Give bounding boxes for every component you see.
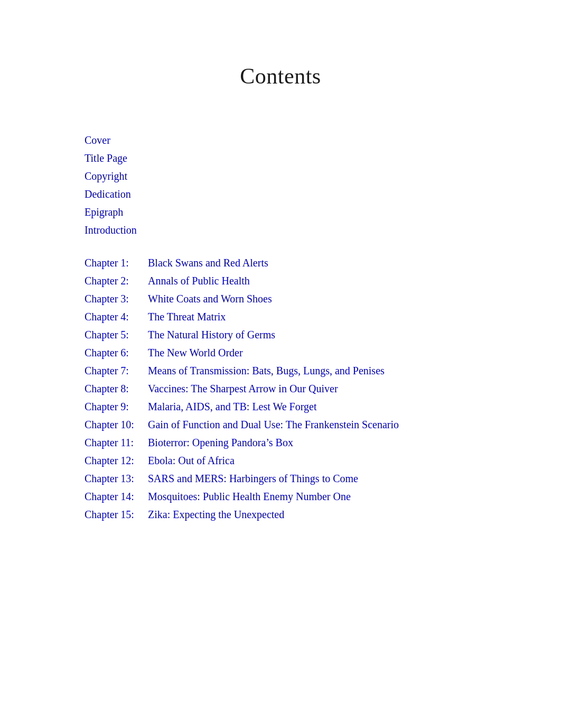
chapter-title-14: Mosquitoes: Public Health Enemy Number O… bbox=[148, 487, 351, 505]
chapter-num-2: Chapter 2: bbox=[85, 272, 148, 290]
chapter-item-11[interactable]: Chapter 11:Bioterror: Opening Pandora’s … bbox=[85, 434, 476, 451]
chapter-num-5: Chapter 5: bbox=[85, 326, 148, 344]
chapter-item-3[interactable]: Chapter 3:White Coats and Worn Shoes bbox=[85, 290, 476, 308]
front-matter-section: CoverTitle PageCopyrightDedicationEpigra… bbox=[85, 131, 476, 239]
chapter-title-9: Malaria, AIDS, and TB: Lest We Forget bbox=[148, 398, 316, 416]
chapter-title-13: SARS and MERS: Harbingers of Things to C… bbox=[148, 469, 358, 487]
chapter-num-13: Chapter 13: bbox=[85, 469, 148, 487]
chapter-num-15: Chapter 15: bbox=[85, 505, 148, 523]
chapter-item-2[interactable]: Chapter 2:Annals of Public Health bbox=[85, 272, 476, 290]
chapter-title-12: Ebola: Out of Africa bbox=[148, 451, 235, 469]
chapter-num-7: Chapter 7: bbox=[85, 362, 148, 380]
chapter-num-8: Chapter 8: bbox=[85, 380, 148, 398]
chapter-num-1: Chapter 1: bbox=[85, 254, 148, 272]
chapter-num-4: Chapter 4: bbox=[85, 308, 148, 326]
page-title: Contents bbox=[85, 63, 476, 89]
front-matter-item-title-page[interactable]: Title Page bbox=[85, 149, 476, 167]
chapter-num-14: Chapter 14: bbox=[85, 487, 148, 505]
chapter-item-1[interactable]: Chapter 1:Black Swans and Red Alerts bbox=[85, 254, 476, 272]
chapter-title-3: White Coats and Worn Shoes bbox=[148, 290, 272, 308]
chapter-num-11: Chapter 11: bbox=[85, 434, 148, 451]
chapter-title-1: Black Swans and Red Alerts bbox=[148, 254, 268, 272]
front-matter-item-copyright[interactable]: Copyright bbox=[85, 167, 476, 185]
chapter-title-7: Means of Transmission: Bats, Bugs, Lungs… bbox=[148, 362, 385, 380]
front-matter-item-dedication[interactable]: Dedication bbox=[85, 185, 476, 203]
chapter-title-2: Annals of Public Health bbox=[148, 272, 250, 290]
chapters-section: Chapter 1:Black Swans and Red AlertsChap… bbox=[85, 254, 476, 523]
chapter-item-12[interactable]: Chapter 12:Ebola: Out of Africa bbox=[85, 451, 476, 469]
chapter-num-12: Chapter 12: bbox=[85, 451, 148, 469]
front-matter-item-epigraph[interactable]: Epigraph bbox=[85, 203, 476, 221]
chapter-num-6: Chapter 6: bbox=[85, 344, 148, 362]
chapter-title-8: Vaccines: The Sharpest Arrow in Our Quiv… bbox=[148, 380, 338, 398]
chapter-item-6[interactable]: Chapter 6:The New World Order bbox=[85, 344, 476, 362]
front-matter-item-cover[interactable]: Cover bbox=[85, 131, 476, 149]
chapter-title-5: The Natural History of Germs bbox=[148, 326, 275, 344]
chapter-item-5[interactable]: Chapter 5:The Natural History of Germs bbox=[85, 326, 476, 344]
chapter-title-10: Gain of Function and Dual Use: The Frank… bbox=[148, 416, 399, 434]
chapter-num-9: Chapter 9: bbox=[85, 398, 148, 416]
chapter-title-11: Bioterror: Opening Pandora’s Box bbox=[148, 434, 293, 451]
chapter-num-3: Chapter 3: bbox=[85, 290, 148, 308]
chapter-item-8[interactable]: Chapter 8:Vaccines: The Sharpest Arrow i… bbox=[85, 380, 476, 398]
chapter-item-15[interactable]: Chapter 15:Zika: Expecting the Unexpecte… bbox=[85, 505, 476, 523]
chapter-title-4: The Threat Matrix bbox=[148, 308, 226, 326]
front-matter-item-introduction[interactable]: Introduction bbox=[85, 221, 476, 239]
chapter-item-4[interactable]: Chapter 4:The Threat Matrix bbox=[85, 308, 476, 326]
chapter-item-13[interactable]: Chapter 13:SARS and MERS: Harbingers of … bbox=[85, 469, 476, 487]
chapter-item-14[interactable]: Chapter 14:Mosquitoes: Public Health Ene… bbox=[85, 487, 476, 505]
chapter-title-6: The New World Order bbox=[148, 344, 243, 362]
chapter-num-10: Chapter 10: bbox=[85, 416, 148, 434]
chapter-item-7[interactable]: Chapter 7:Means of Transmission: Bats, B… bbox=[85, 362, 476, 380]
chapter-item-10[interactable]: Chapter 10:Gain of Function and Dual Use… bbox=[85, 416, 476, 434]
chapter-item-9[interactable]: Chapter 9:Malaria, AIDS, and TB: Lest We… bbox=[85, 398, 476, 416]
chapter-title-15: Zika: Expecting the Unexpected bbox=[148, 505, 284, 523]
